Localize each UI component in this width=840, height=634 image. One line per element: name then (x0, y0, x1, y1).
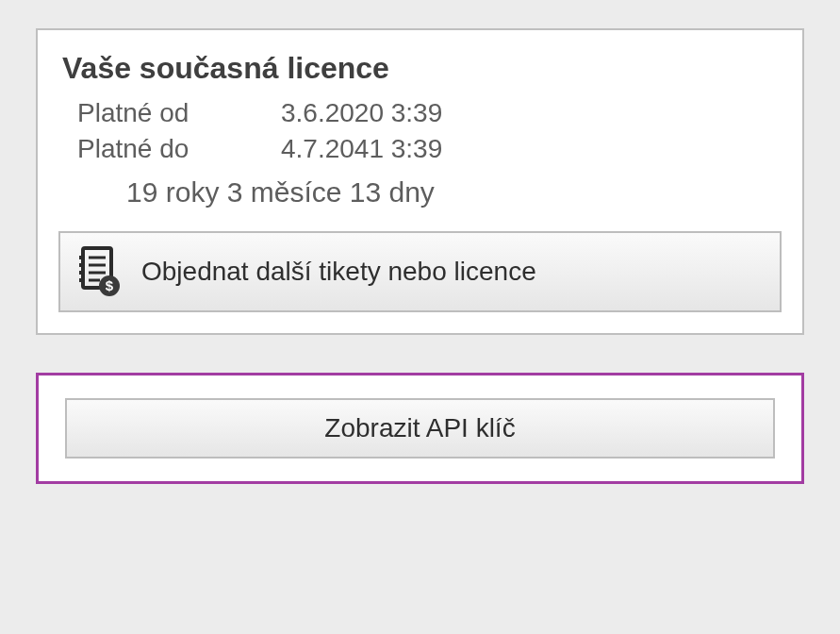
valid-to-label: Platné do (77, 131, 266, 167)
svg-rect-8 (79, 278, 85, 282)
api-key-panel: Zobrazit API klíč (36, 373, 804, 484)
license-title: Vaše současná licence (62, 51, 782, 86)
license-duration: 19 roky 3 měsíce 13 dny (126, 176, 782, 209)
valid-to-value: 4.7.2041 3:39 (281, 131, 782, 167)
svg-rect-5 (79, 256, 85, 259)
order-more-button-label: Objednat další tikety nebo licence (141, 257, 536, 287)
show-api-key-button[interactable]: Zobrazit API klíč (65, 398, 775, 459)
svg-rect-7 (79, 271, 85, 275)
license-panel: Vaše současná licence Platné od 3.6.2020… (36, 28, 804, 335)
svg-text:$: $ (106, 277, 114, 293)
valid-from-label: Platné od (77, 95, 266, 131)
order-more-button[interactable]: $ Objednat další tikety nebo licence (58, 231, 782, 312)
svg-rect-6 (79, 263, 85, 267)
valid-from-value: 3.6.2020 3:39 (281, 95, 782, 131)
license-dates: Platné od 3.6.2020 3:39 Platné do 4.7.20… (77, 95, 782, 167)
invoice-dollar-icon: $ (77, 246, 123, 297)
show-api-key-button-label: Zobrazit API klíč (324, 413, 515, 443)
